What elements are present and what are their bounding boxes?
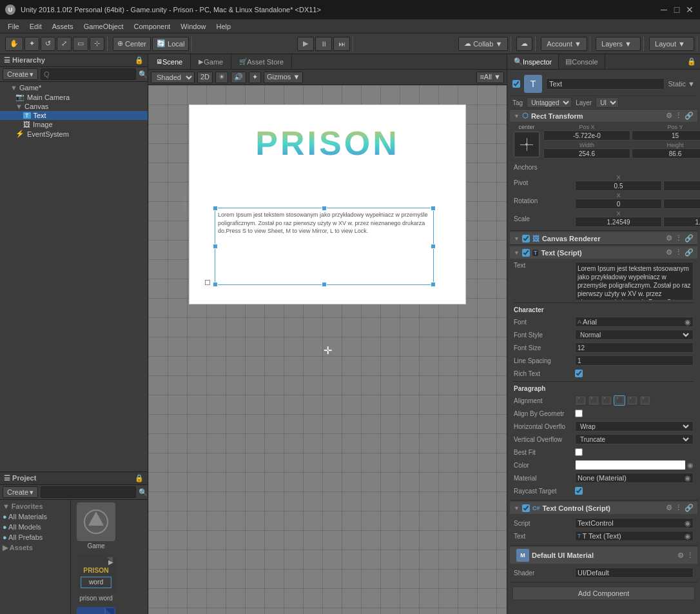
hand-tool[interactable]: ✋ [5,37,23,51]
collab-button[interactable]: ☁ Collab ▼ [458,37,508,51]
project-lock-icon[interactable]: 🔒 [135,474,144,482]
sidebar-all-materials[interactable]: ● All Materials [0,511,70,522]
text-script-checkbox[interactable] [522,249,530,257]
hierarchy-create-button[interactable]: Create ▾ [3,68,38,80]
width-input[interactable] [543,148,630,159]
rect-transform-settings-icon[interactable]: ⚙ [666,112,672,120]
font-style-value[interactable]: Normal [575,330,694,340]
account-dropdown[interactable]: Account ▼ [541,37,587,51]
project-create-button[interactable]: Create ▾ [3,486,38,498]
multi-tool[interactable]: ⊹ [90,37,104,51]
default-material-more-icon[interactable]: ⋮ [686,551,694,560]
sidebar-all-prefabs[interactable]: ● All Prefabs [0,532,70,542]
pos-y-input[interactable] [632,130,700,141]
inspector-lock-icon[interactable]: 🔒 [683,57,700,66]
close-button[interactable]: ✕ [685,5,695,15]
lighting-button[interactable]: ☀ [215,72,228,83]
text-content-input[interactable]: Lorem Ipsum jest tekstem stosowanym jako… [575,262,694,301]
scene-viewport[interactable]: PRISON Lorem Ipsum jest tekstem s [148,85,507,614]
default-material-settings-icon[interactable]: ⚙ [677,551,684,560]
align-left-mid[interactable]: ⬛ [614,395,625,406]
align-by-geom-checkbox[interactable] [575,410,583,417]
rotate-tool[interactable]: ↺ [41,37,55,51]
scale-tool[interactable]: ⤢ [57,37,72,51]
text-control-checkbox[interactable] [522,504,530,512]
canvas-renderer-link-icon[interactable]: 🔗 [685,234,694,243]
view-2d-button[interactable]: 2D [197,72,213,83]
local-btn[interactable]: 🔄 Local [152,37,189,51]
align-center-top[interactable]: ⬛ [588,395,599,406]
height-input[interactable] [632,148,700,159]
font-value[interactable]: A Arial ◉ [575,317,694,327]
layer-select[interactable]: UI [596,97,619,108]
rect-transform-more-icon[interactable]: ⋮ [675,112,682,120]
project-search-input[interactable] [41,486,136,498]
rich-text-checkbox[interactable] [575,370,583,377]
object-name-input[interactable] [546,78,665,90]
align-center-mid[interactable]: ⬛ [627,395,638,406]
tab-asset-store[interactable]: 🛒 Asset Store [231,54,292,69]
align-left-top[interactable]: ⬛ [575,395,587,406]
tab-scene[interactable]: 🖥 Scene [148,54,191,69]
rect-tool[interactable]: ▭ [73,37,88,51]
tag-select[interactable]: Untagged [527,97,572,108]
asset-text-control[interactable]: C# TextControl [73,607,119,614]
canvas-renderer-more-icon[interactable]: ⋮ [675,234,682,243]
menu-assets[interactable]: Assets [47,21,79,32]
audio-button[interactable]: 🔊 [231,72,246,83]
scale-x-input[interactable] [575,217,662,227]
text-control-link-icon[interactable]: 🔗 [685,504,694,512]
pause-button[interactable]: ⏸ [315,37,332,51]
font-size-input[interactable] [575,342,694,353]
script-value[interactable]: TextControl ◉ [575,518,694,528]
rot-y-input[interactable] [663,199,700,209]
cloud-btn[interactable]: ☁ [516,37,532,51]
text-script-more-icon[interactable]: ⋮ [675,248,682,257]
hierarchy-item-text[interactable]: T Text [0,111,148,120]
material-value[interactable]: None (Material) ◉ [575,473,694,483]
font-style-select[interactable]: Normal [578,331,691,339]
effects-button[interactable]: ✦ [249,72,261,83]
default-material-header[interactable]: M Default UI Material ⚙ ⋮ [510,547,697,564]
color-picker-icon[interactable]: ◉ [687,461,694,470]
play-button[interactable]: ▶ [297,37,314,51]
rect-transform-link-icon[interactable]: 🔗 [685,112,694,120]
menu-file[interactable]: File [3,21,24,32]
canvas-renderer-checkbox[interactable] [522,235,530,243]
align-right-top[interactable]: ⬛ [601,395,612,406]
object-icon[interactable]: T [524,75,542,93]
text-control-header[interactable]: ▼ C# Text Control (Script) ⚙ ⋮ 🔗 [510,502,697,514]
hierarchy-item-main-camera[interactable]: 📷 Main Camera [0,92,148,102]
text-script-settings-icon[interactable]: ⚙ [666,248,672,257]
add-component-button[interactable]: Add Component [512,586,695,600]
menu-edit[interactable]: Edit [24,21,47,32]
gizmos-dropdown[interactable]: Gizmos ▼ [264,72,303,83]
asset-game[interactable]: Game [73,502,119,550]
text-control-settings-icon[interactable]: ⚙ [666,504,672,512]
color-swatch[interactable] [575,460,686,470]
canvas-renderer-header[interactable]: ▼ 🖼 Canvas Renderer ⚙ ⋮ 🔗 [510,232,697,244]
layout-dropdown[interactable]: Layout ▼ [649,37,694,51]
v-overflow-value[interactable]: Truncate [575,434,694,444]
tab-inspector[interactable]: 🔍 Inspector [507,54,559,69]
hierarchy-lock-icon[interactable]: 🔒 [135,56,144,64]
menu-component[interactable]: Component [128,21,175,32]
tab-console[interactable]: ▤ Console [559,54,605,69]
pivot-x-input[interactable] [575,181,662,191]
pos-x-input[interactable] [543,130,630,141]
align-right-mid[interactable]: ⬛ [639,395,651,406]
raycast-checkbox[interactable] [575,487,583,495]
sidebar-all-models[interactable]: ● All Models [0,522,70,532]
hierarchy-item-image[interactable]: 🖼 Image [0,120,148,129]
text-control-more-icon[interactable]: ⋮ [675,504,682,512]
h-overflow-select[interactable]: Wrap [578,422,691,431]
scale-y-input[interactable] [663,217,700,227]
shader-value[interactable]: UI/Default [575,568,694,578]
hierarchy-item-canvas[interactable]: ▼ Canvas [0,102,148,111]
window-controls[interactable]: ─ □ ✕ [659,5,695,15]
asset-prison-word[interactable]: PRISON word ▶ prison word [73,555,119,602]
rect-transform-header[interactable]: ▼ ⬡ Rect Transform ⚙ ⋮ 🔗 [510,110,697,122]
canvas-renderer-settings-icon[interactable]: ⚙ [666,234,672,243]
step-button[interactable]: ⏭ [333,37,350,51]
text-selection-box[interactable]: Lorem Ipsum jest tekstem stosowanym jako… [215,208,434,285]
